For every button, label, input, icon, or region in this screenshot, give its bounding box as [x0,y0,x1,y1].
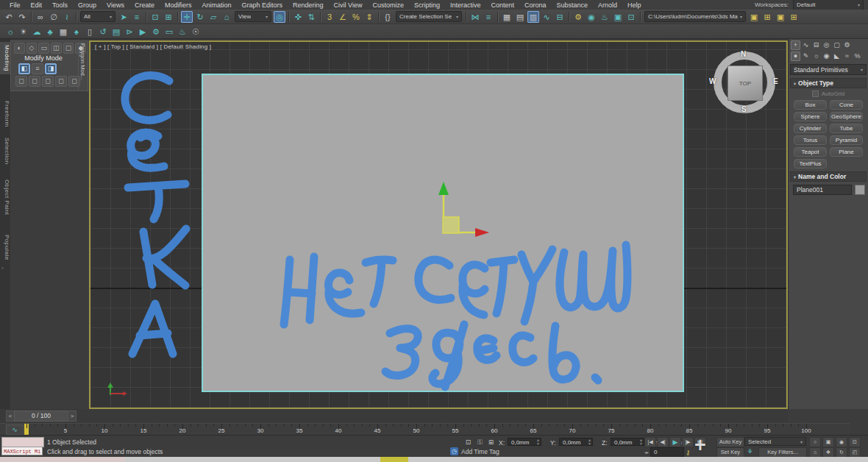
menu-corona[interactable]: Corona [519,1,552,9]
sidebar-tab-freeform[interactable]: Freeform [0,98,11,130]
material-editor-icon[interactable]: ◉ [586,11,597,23]
ribbon-small-icon-2[interactable]: ◻ [29,76,40,87]
ribbon-border-icon[interactable]: ◇ [26,43,38,54]
menu-group[interactable]: Group [73,1,102,9]
video-icon[interactable]: ▶ [137,26,149,38]
project-folder-path[interactable]: C:\Users\ludm\Documents\3ds Max 2021▾ [644,11,746,22]
render-setup-icon[interactable]: ♨ [599,11,611,23]
selection-filter-dropdown[interactable]: All▾ [80,11,115,22]
space-warps-category-icon[interactable]: ≈ [842,51,852,61]
object-type-box[interactable]: Box [794,100,827,110]
plane-object[interactable] [202,74,684,392]
select-and-scale-icon[interactable]: ▱ [207,11,219,23]
menu-interactive[interactable]: Interactive [445,1,486,9]
unlink-selection-icon[interactable]: ∅ [48,11,60,23]
panel-icon[interactable]: ▭ [163,26,175,38]
track-bar[interactable]: 5101520253035404550556065707580859095100 [0,423,850,436]
toggle-layer-explorer-icon[interactable]: ▤ [514,11,526,23]
toggle-scene-explorer-icon[interactable]: ▦ [501,11,513,23]
select-and-link-icon[interactable]: ∞ [35,11,46,23]
sidebar-tab-object-paint[interactable]: Object Paint [0,177,11,218]
shapes-category-icon[interactable]: ✎ [801,51,811,61]
key-mode-dropdown[interactable]: Selected ▾ [744,437,806,446]
menu-help[interactable]: Help [622,1,647,9]
next-frame-icon[interactable]: |▶ [682,437,694,447]
project-folder-icon-2[interactable]: ⊞ [761,11,773,23]
menu-scripting[interactable]: Scripting [409,1,445,9]
ribbon-toggle-mid-icon[interactable]: ≡ [32,63,43,74]
mirror-icon[interactable]: ⋈ [469,11,481,23]
name-and-color-rollout[interactable]: ▾ Name and Color [790,171,867,182]
viewcube-east-label[interactable]: E [773,77,778,85]
object-type-pyramid[interactable]: Pyramid [830,135,863,145]
curve-editor-icon[interactable]: ∿ [541,11,552,23]
orbit-icon[interactable]: ↻ [836,447,847,458]
previous-frame-icon[interactable]: ◀| [657,437,669,447]
maximize-viewport-toggle-icon[interactable]: ◰ [849,447,861,458]
menu-file[interactable]: File [4,1,26,9]
frame-nudge-icon[interactable]: ◂▸ [644,449,649,455]
tree-icon[interactable]: ♠ [71,26,82,38]
undo-icon[interactable]: ↶ [3,11,15,23]
systems-category-icon[interactable]: % [853,51,862,61]
polygon-modeling-label[interactable]: Polygon Mod... [78,43,87,91]
object-type-rollout[interactable]: ▾ Object Type [790,78,867,88]
bind-to-space-warp-icon[interactable]: ≀ [61,11,73,23]
menu-graph-editors[interactable]: Graph Editors [236,1,288,9]
grid-table-icon[interactable]: ▦ [57,26,69,38]
ribbon-small-icon-1[interactable]: ◻ [15,76,27,87]
zoom-region-icon[interactable]: ⊡ [849,437,861,447]
ribbon-edge-icon[interactable]: ◐ [14,43,25,54]
object-name-field[interactable]: Plane001 [793,185,852,195]
display-tab-icon[interactable]: ▢ [832,40,842,50]
object-color-swatch[interactable] [855,185,865,195]
key-filters-button[interactable]: Key Filters... [758,447,807,458]
selection-region-icon[interactable]: ⊡ [463,438,473,447]
object-type-tube[interactable]: Tube [830,124,863,133]
create-tab-icon[interactable]: + [791,40,800,50]
z-coord-field[interactable]: 0,0mm▲▼ [611,438,644,446]
y-coord-field[interactable]: 0,0mm▲▼ [559,438,593,446]
select-object-icon[interactable]: ➤ [118,11,129,23]
use-pivot-point-center-icon[interactable]: ◎ [274,11,285,23]
ribbon-vertex-icon[interactable]: ◫ [51,43,62,54]
sidebar-tab-selection[interactable]: Selection [0,135,11,168]
object-type-cylinder[interactable]: Cylinder [794,124,827,133]
sun-icon[interactable]: ☀ [18,26,29,38]
menu-modifiers[interactable]: Modifiers [160,1,197,9]
door-icon[interactable]: ▯ [84,26,96,38]
edit-named-selection-sets-icon[interactable]: {} [382,11,394,23]
play-icon[interactable]: ▶ [669,437,681,447]
ribbon-toggle-right-icon[interactable]: ◨ [45,63,57,74]
arc-rotate-icon[interactable]: ↺ [97,26,109,38]
rendered-frame-window-icon[interactable]: ▣ [612,11,624,23]
field-of-view-icon[interactable]: ⌂ [809,447,821,458]
named-selection-sets-dropdown[interactable]: Create Selection Se▾ [396,11,462,22]
add-time-tag-row[interactable]: ◷ Add Time Tag [450,447,499,455]
maxscript-mini-listener-label[interactable]: MAXScript Mi [1,447,43,455]
time-slider-handle[interactable]: 0 / 100 [14,411,68,422]
schematic-view-icon[interactable]: ⊟ [554,11,566,23]
autogrid-checkbox[interactable] [812,90,819,97]
absolute-mode-transform-icon[interactable]: ⊞ [486,438,496,447]
toggle-ribbon-icon[interactable]: ▥ [527,11,539,23]
menu-edit[interactable]: Edit [26,1,48,9]
percent-snap-toggle-icon[interactable]: % [350,11,362,23]
auto-key-button[interactable]: Auto Key [716,437,744,447]
viewcube-west-label[interactable]: W [709,77,716,85]
clouds-icon[interactable]: ☁ [31,26,43,38]
lamp-icon[interactable]: ☉ [190,26,202,38]
primitives-category-dropdown[interactable]: Standard Primitives ▾ [790,64,867,75]
key-mode-toggle-icon[interactable]: ⚷ [686,449,691,456]
ribbon-face-icon[interactable]: ▢ [63,43,74,54]
object-type-plane[interactable]: Plane [830,147,863,157]
snaps-toggle-3d-icon[interactable]: 3 [324,11,335,23]
zoom-icon[interactable]: ○ [809,437,821,447]
sidebar-tab-modeling[interactable]: Modeling [0,42,11,74]
select-and-manipulate-icon[interactable]: ✜ [292,11,304,23]
selection-lock-icon[interactable]: ⚿ [475,438,485,447]
hierarchy-tab-icon[interactable]: ⊟ [811,40,821,50]
viewport[interactable]: [ + ] [ Top ] [ Standard ] [ Default Sha… [89,40,788,409]
rectangular-selection-region-icon[interactable]: ⊡ [149,11,161,23]
spinner-icon[interactable]: ▲▼ [639,438,643,446]
